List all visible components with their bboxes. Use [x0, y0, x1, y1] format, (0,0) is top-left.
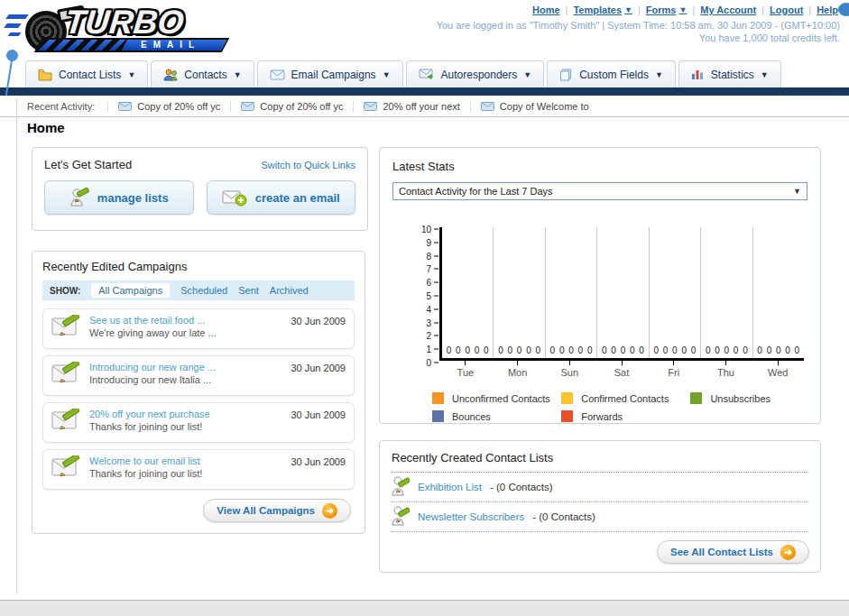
- campaign-title-link[interactable]: Introducing our new range ...: [89, 362, 291, 372]
- envelope-icon: [364, 102, 377, 111]
- header-link-logout[interactable]: Logout: [770, 5, 803, 15]
- campaigns-panel: Recently Edited Campaigns SHOW: All Camp…: [32, 251, 365, 534]
- campaign-date: 30 Jun 2009: [291, 316, 346, 326]
- envelope-edit-icon: [51, 315, 82, 339]
- bar-value-label: 0: [456, 345, 461, 355]
- y-axis-tick: 5: [426, 291, 438, 301]
- list-edit-icon: [392, 476, 410, 498]
- bar-value-label: 0: [681, 345, 687, 355]
- campaign-row[interactable]: Welcome to our email list Thanks for joi…: [42, 449, 355, 490]
- recent-activity-item[interactable]: Copy of 20% off yc: [230, 101, 353, 112]
- campaign-subtitle: Thanks for joining our list!: [89, 468, 291, 479]
- chevron-down-icon: ▼: [793, 187, 801, 196]
- envelope-edit-icon: [51, 409, 82, 433]
- filter-sent[interactable]: Sent: [238, 285, 259, 296]
- bar-value-label: 0: [484, 345, 489, 355]
- legend-label: Unconfirmed Contacts: [452, 393, 550, 404]
- tab-custom-fields[interactable]: Custom Fields ▼: [547, 60, 676, 87]
- campaign-row[interactable]: 20% off your next purchase Thanks for jo…: [42, 402, 355, 443]
- chevron-down-icon: ▼: [234, 70, 242, 79]
- filter-all-campaigns[interactable]: All Campaigns: [91, 283, 170, 298]
- folder-icon: [38, 69, 52, 81]
- contact-list-row[interactable]: Newsletter Subscribers - (0 Contacts): [392, 502, 808, 532]
- campaign-title-link[interactable]: Welcome to our email list: [89, 455, 291, 466]
- envelope-edit-icon: [51, 362, 82, 386]
- bar-value-label: 0: [706, 345, 711, 355]
- switch-to-quick-links[interactable]: Switch to Quick Links: [261, 160, 355, 170]
- bar-value-label: 0: [630, 345, 635, 355]
- bar-value-label: 0: [663, 345, 669, 355]
- bar-value-label: 0: [517, 345, 522, 355]
- campaign-text: Welcome to our email list Thanks for joi…: [89, 455, 291, 479]
- bar-value-label: 0: [639, 345, 644, 355]
- app-viewport: TURBO EMAIL Home Templates▼ Forms▼ My Ac…: [0, 0, 849, 616]
- chevron-down-icon: ▼: [127, 70, 135, 79]
- contact-list-link[interactable]: Exhibition List: [418, 482, 482, 492]
- bar-value-label: 0: [776, 345, 781, 355]
- chart-day-group: 00000: [753, 227, 804, 358]
- campaign-subtitle: Thanks for joining our list!: [89, 421, 291, 432]
- campaign-title-link[interactable]: See us at the retail food ...: [89, 315, 291, 326]
- filter-scheduled[interactable]: Scheduled: [180, 285, 227, 296]
- tab-autoresponders[interactable]: Autoresponders ▼: [406, 60, 545, 87]
- custom-fields-icon: [559, 69, 573, 81]
- bar-value-label: 0: [795, 345, 800, 355]
- campaign-row[interactable]: Introducing our new range ... Introducin…: [42, 355, 355, 396]
- envelope-edit-icon: [51, 455, 82, 480]
- tab-contacts[interactable]: Contacts ▼: [151, 60, 254, 87]
- header-link-templates[interactable]: Templates▼: [573, 5, 632, 15]
- contact-list-link[interactable]: Newsletter Subscribers: [418, 511, 524, 522]
- legend-item: Bounces: [432, 410, 561, 422]
- bar-value-label: 0: [508, 345, 513, 355]
- tab-email-campaigns[interactable]: Email Campaigns ▼: [257, 60, 403, 87]
- header-link-help[interactable]: Help: [817, 5, 838, 15]
- recent-activity-item[interactable]: 20% off your next: [353, 101, 469, 112]
- legend-swatch: [561, 410, 573, 422]
- chevron-down-icon: ▼: [655, 70, 663, 79]
- campaign-row[interactable]: See us at the retail food ... We're givi…: [42, 308, 355, 349]
- chart-plot-area: 00000000000000000000000000000000000: [442, 227, 804, 358]
- bar-value-label: 0: [475, 345, 480, 355]
- filter-archived[interactable]: Archived: [270, 285, 309, 296]
- contact-list-row[interactable]: Exhibition List - (0 Contacts): [392, 473, 808, 502]
- header-link-home[interactable]: Home: [532, 5, 560, 15]
- campaign-title-link[interactable]: 20% off your next purchase: [89, 409, 291, 419]
- bar-value-label: 0: [611, 345, 616, 355]
- header-link-my-account[interactable]: My Account: [700, 5, 756, 15]
- chevron-down-icon: ▼: [523, 70, 531, 79]
- help-balloon-icon[interactable]: [838, 3, 849, 16]
- legend-swatch: [432, 392, 444, 404]
- see-all-contact-lists-button[interactable]: See All Contact Lists ➜: [657, 540, 809, 564]
- content-left-edge: [16, 97, 17, 593]
- x-axis-label: Tue: [439, 361, 492, 378]
- tab-contact-lists[interactable]: Contact Lists ▼: [25, 60, 148, 87]
- header-link-forms[interactable]: Forms▼: [646, 5, 688, 15]
- arrow-right-icon: ➜: [322, 503, 337, 519]
- recent-activity-label: Recent Activity:: [27, 101, 95, 112]
- turbo-email-logo: TURBO EMAIL: [5, 4, 240, 56]
- legend-label: Unsubscribes: [710, 393, 771, 404]
- chart-day-group: 00000: [546, 227, 597, 358]
- tab-label: Custom Fields: [579, 69, 649, 81]
- recent-activity-item[interactable]: Copy of Welcome to: [470, 101, 599, 112]
- x-axis-label: Mon: [492, 361, 544, 378]
- stats-dropdown-value: Contact Activity for the Last 7 Days: [399, 186, 553, 197]
- bar-value-label: 0: [672, 345, 678, 355]
- tab-label: Statistics: [711, 69, 754, 81]
- view-all-campaigns-button[interactable]: View All Campaigns ➜: [203, 499, 351, 522]
- recent-activity-item[interactable]: Copy of 20% off yc: [107, 101, 230, 112]
- campaigns-title: Recently Edited Campaigns: [42, 260, 355, 273]
- manage-lists-button[interactable]: manage lists: [44, 180, 194, 215]
- manage-lists-label: manage lists: [97, 191, 169, 205]
- tab-statistics[interactable]: Statistics ▼: [678, 60, 781, 87]
- contact-activity-chart: 00000000000000000000000000000000000 0123…: [439, 227, 804, 361]
- statistics-icon: [691, 69, 705, 80]
- create-email-button[interactable]: create an email: [207, 180, 356, 215]
- legend-swatch: [690, 392, 702, 404]
- bar-value-label: 0: [465, 345, 470, 355]
- envelope-icon: [481, 102, 494, 111]
- chevron-down-icon: ▼: [383, 70, 391, 79]
- x-axis-label: Sun: [543, 361, 595, 378]
- chart-day-group: 00000: [442, 227, 494, 358]
- stats-report-dropdown[interactable]: Contact Activity for the Last 7 Days ▼: [392, 182, 807, 200]
